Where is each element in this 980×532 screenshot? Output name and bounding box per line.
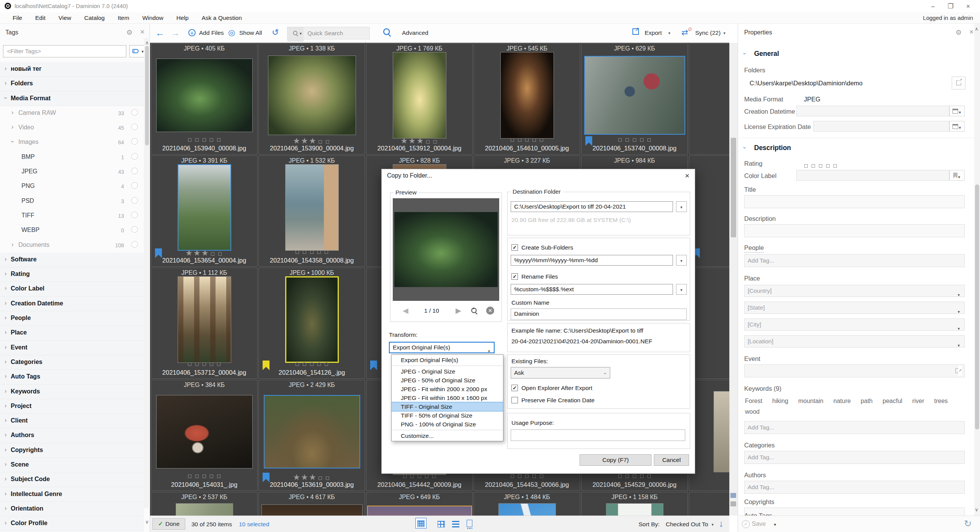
sidebar-item-event[interactable]: ›Event bbox=[0, 341, 144, 355]
sidebar-item-color-label[interactable]: ›Color Label bbox=[0, 282, 144, 296]
menu-item-window[interactable]: Window bbox=[136, 12, 170, 24]
show-all-button[interactable]: Show All bbox=[239, 29, 262, 36]
color-label-input[interactable] bbox=[796, 170, 949, 181]
rating-stars[interactable] bbox=[294, 361, 330, 367]
grid-scrollbar-thumb[interactable] bbox=[731, 138, 736, 237]
keywords-add-tag-input[interactable]: Add Tag... bbox=[744, 421, 965, 434]
dialog-close-icon[interactable]: × bbox=[685, 171, 689, 180]
view-mode-grid-small[interactable] bbox=[415, 518, 426, 529]
properties-scrollbar-thumb[interactable] bbox=[975, 184, 979, 429]
dropdown-option[interactable]: TIFF - 50% of Original Size bbox=[392, 411, 503, 420]
sidebar-item-place[interactable]: ›Place bbox=[0, 326, 144, 340]
selected-count-link[interactable]: 10 selected bbox=[239, 521, 269, 528]
search-scope-button[interactable]: ▼ bbox=[287, 27, 304, 42]
license-expiration-calendar-button[interactable]: ▼ bbox=[949, 121, 965, 132]
sidebar-item-orientation[interactable]: ›Orientation bbox=[0, 502, 144, 516]
grid-scrollbar[interactable] bbox=[729, 43, 738, 516]
keyword-tag[interactable]: Forest bbox=[745, 396, 762, 406]
sidebar-item-documents[interactable]: ›Documents108 bbox=[0, 238, 144, 253]
sidebar-item-software[interactable]: ›Software bbox=[0, 253, 144, 267]
menu-item-file[interactable]: File bbox=[6, 12, 29, 24]
thumbnail-cell[interactable]: JPEG • 2 537 КБ bbox=[151, 492, 258, 516]
location-select[interactable]: [Location]▼ bbox=[744, 335, 965, 348]
dropdown-option[interactable]: PNG - 100% of Original Size bbox=[392, 420, 503, 429]
radio-circle[interactable] bbox=[131, 212, 138, 218]
rename-files-checkbox[interactable]: ✓ bbox=[511, 273, 518, 280]
thumbnail-image[interactable] bbox=[606, 503, 663, 516]
usage-purpose-input[interactable] bbox=[511, 429, 685, 441]
chevron-down-icon[interactable]: ▼ bbox=[668, 31, 671, 35]
cancel-button[interactable]: Cancel bbox=[654, 454, 689, 466]
thumbnail-cell[interactable]: JPEG • 405 КБ20210406_153940_00008.jpg bbox=[151, 43, 258, 155]
thumbnail-cell[interactable]: JPEG • 4 617 КБ bbox=[258, 492, 365, 516]
close-button[interactable]: × bbox=[959, 2, 977, 11]
keyword-tag[interactable]: mountain bbox=[798, 396, 823, 406]
thumbnail-cell[interactable] bbox=[689, 492, 729, 516]
description-input[interactable] bbox=[744, 224, 965, 237]
rating-stars[interactable]: ★★★ bbox=[292, 475, 331, 481]
filter-tags-input[interactable]: <Filter Tags> bbox=[3, 45, 126, 57]
thumbnail-image[interactable] bbox=[261, 504, 363, 516]
chevron-expanded-icon[interactable]: › bbox=[742, 53, 748, 55]
sidebar-item-categories[interactable]: ›Categories bbox=[0, 355, 144, 370]
thumbnail-image[interactable] bbox=[500, 52, 554, 139]
dropdown-option[interactable]: JPEG - Fit within 2000 x 2000 px bbox=[392, 385, 503, 393]
title-input[interactable] bbox=[744, 195, 965, 208]
categories-add-tag-input[interactable]: Add Tag... bbox=[744, 451, 965, 464]
sidebar-item-authors[interactable]: ›Authors bbox=[0, 428, 144, 443]
subfolder-pattern-dropdown[interactable]: ▼ bbox=[676, 255, 687, 266]
chevron-down-icon[interactable]: ▼ bbox=[773, 523, 777, 527]
quick-search-box[interactable]: ▼ Quick Search bbox=[287, 27, 370, 39]
keyword-tag[interactable]: river bbox=[912, 396, 924, 406]
thumbnail-image[interactable] bbox=[285, 276, 339, 363]
radio-circle[interactable] bbox=[131, 168, 138, 174]
sidebar-item-psd[interactable]: PSD3 bbox=[0, 194, 144, 209]
flag-icon[interactable] bbox=[370, 361, 377, 370]
scroll-up-icon[interactable]: ∧ bbox=[144, 40, 150, 46]
scroll-up-icon[interactable]: ∧ bbox=[973, 26, 980, 32]
thumbnail-image[interactable] bbox=[498, 503, 556, 516]
scroll-down-icon[interactable]: ∨ bbox=[144, 519, 150, 525]
thumbnail-cell[interactable]: JPEG • 1000 КБ20210406_154126_.jpg bbox=[258, 268, 365, 379]
chevron-expanded-icon[interactable]: › bbox=[742, 147, 748, 149]
add-files-icon[interactable]: + bbox=[188, 29, 196, 36]
scroll-page-marker[interactable] bbox=[730, 493, 736, 498]
advanced-search-icon[interactable] bbox=[383, 28, 392, 37]
view-mode-details[interactable] bbox=[467, 520, 472, 527]
description-section-header[interactable]: Description bbox=[754, 144, 791, 152]
country-select[interactable]: [Country]▼ bbox=[744, 285, 965, 297]
thumbnail-cell[interactable]: JPEG • 1 158 КБ bbox=[581, 492, 688, 516]
destination-dropdown-button[interactable]: ▼ bbox=[676, 201, 687, 212]
creation-datetime-input[interactable] bbox=[796, 106, 949, 116]
radio-circle[interactable] bbox=[131, 138, 138, 145]
radio-circle[interactable] bbox=[131, 153, 138, 160]
subfolder-pattern-input[interactable]: %yyyy\%mm\%yyyy-%mm-%dd bbox=[511, 255, 673, 266]
rating-stars[interactable] bbox=[294, 248, 330, 255]
sidebar-item-media-format[interactable]: ›Media Format bbox=[0, 91, 144, 106]
external-link-icon[interactable] bbox=[956, 368, 960, 373]
open-folder-button[interactable] bbox=[952, 77, 965, 90]
chevron-down-icon[interactable]: ▼ bbox=[723, 31, 726, 35]
rename-pattern-input[interactable]: %custom-%$$$$.%ext bbox=[511, 284, 673, 295]
create-subfolders-checkbox[interactable]: ✓ bbox=[511, 244, 518, 251]
dropdown-option[interactable]: JPEG - 50% of Original Size bbox=[392, 376, 503, 385]
thumbnail-image[interactable] bbox=[367, 506, 472, 516]
thumbnail-cell[interactable]: JPEG • 1 338 КБ★★★20210406_153900_00004.… bbox=[258, 43, 365, 155]
thumbnail-cell[interactable]: JPEG • 3 391 КБ★★★20210406_153654_00004.… bbox=[151, 155, 258, 267]
export-button[interactable]: Export bbox=[645, 29, 662, 36]
thumbnail-image[interactable] bbox=[393, 52, 446, 139]
sidebar-item-creation-datetime[interactable]: ›Creation Datetime bbox=[0, 297, 144, 311]
sidebar-item-video[interactable]: ›Video45 bbox=[0, 121, 144, 135]
rating-stars[interactable] bbox=[616, 136, 653, 143]
custom-name-input[interactable]: Daminion bbox=[511, 308, 687, 320]
keyword-tag[interactable]: wood bbox=[745, 406, 760, 417]
scroll-down-icon[interactable]: ∨ bbox=[973, 507, 980, 512]
maximize-button[interactable]: ❐ bbox=[942, 2, 959, 11]
menu-item-catalog[interactable]: Catalog bbox=[78, 12, 111, 24]
menu-item-ask-a-question[interactable]: Ask a Question bbox=[195, 12, 248, 24]
sort-direction-icon[interactable]: ↓ bbox=[719, 518, 724, 529]
save-button[interactable]: Save bbox=[752, 521, 766, 527]
refresh-icon[interactable]: ↺ bbox=[272, 28, 279, 38]
prev-image-icon[interactable]: ◀ bbox=[403, 306, 408, 315]
sidebar-scrollbar-thumb[interactable] bbox=[145, 46, 149, 145]
